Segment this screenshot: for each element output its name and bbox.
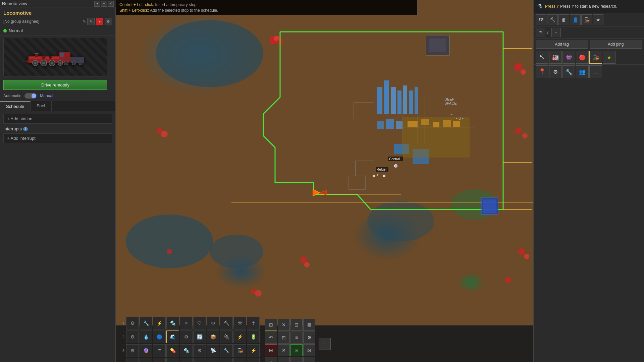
filter-gear-icon[interactable]: ⚙	[549, 65, 562, 78]
hotbar-1-10[interactable]: 🗡	[247, 317, 260, 329]
drive-remotely-button[interactable]: Drive remotely	[3, 80, 107, 90]
add-station-button[interactable]: + Add station	[3, 114, 112, 124]
hotbar-4-10[interactable]: 🔋	[247, 358, 260, 362]
hotbar-1-3[interactable]: ⚡	[153, 317, 166, 329]
research-level-number: 2	[546, 30, 549, 35]
hotbar-4-8[interactable]: ⚙	[220, 358, 233, 362]
hotbar-3-5[interactable]: 🔩	[180, 344, 193, 357]
action-btn-3[interactable]: ⊡	[290, 319, 303, 331]
add-interrupt-button[interactable]: + Add interrupt	[3, 133, 112, 143]
filter-player2-icon[interactable]: 👥	[576, 65, 589, 78]
hotbar-2-1[interactable]: ⚙	[126, 330, 139, 343]
hotbar-2-5[interactable]: ⚙	[180, 330, 193, 343]
action-btn-9[interactable]: ⊞	[265, 344, 277, 356]
hotbar-1-7[interactable]: ⚙	[207, 317, 219, 329]
locomotive-image	[25, 47, 86, 67]
action-btn-11[interactable]: ⊡	[290, 344, 303, 356]
hotbar-4-1[interactable]: 🔨	[126, 358, 139, 362]
svg-text:SPACE: SPACE	[444, 101, 457, 105]
build-icon-button[interactable]: 🔨	[547, 14, 558, 25]
hotbar-3-6[interactable]: ⚙	[193, 344, 206, 357]
hotbar-1-8[interactable]: 🔨	[220, 317, 233, 329]
hotbar-3-3[interactable]: ⚗	[153, 344, 166, 357]
vehicle-icon-button[interactable]: 🚂	[581, 14, 592, 25]
hotbar-4-5[interactable]: 🔩	[180, 358, 193, 362]
hotbar-3-8[interactable]: 🔧	[220, 344, 233, 357]
action-btn-8[interactable]: ⚙	[303, 331, 315, 344]
add-ping-button[interactable]: Add ping	[590, 40, 642, 49]
action-btn-1[interactable]: ⊞	[265, 319, 277, 331]
group-settings-button[interactable]: ⚙	[105, 18, 112, 25]
filter-factory-icon[interactable]: 🏭	[549, 51, 562, 64]
action-btn-7[interactable]: ≡	[290, 331, 303, 344]
title-close-button[interactable]: ✕	[108, 1, 114, 7]
tab-schedule[interactable]: Schedule	[0, 101, 31, 111]
extra-btn-1[interactable]: ⋮	[319, 338, 331, 350]
action-btn-16[interactable]: ⊠	[303, 357, 315, 362]
svg-point-34	[304, 262, 310, 267]
svg-rect-60	[421, 119, 429, 125]
filter-train-icon[interactable]: 🚂	[589, 51, 602, 64]
action-btn-14[interactable]: ⊡	[278, 357, 290, 362]
hotbar-3-7[interactable]: 📡	[207, 344, 219, 357]
map-icon-button[interactable]: 🗺	[536, 14, 546, 25]
flask-icon: ⚗	[537, 3, 542, 10]
hotbar-4-4[interactable]: ⚒	[166, 358, 179, 362]
hotbar-1-5[interactable]: ≡	[180, 317, 193, 329]
hotbar-2-10[interactable]: 🔋	[247, 330, 260, 343]
drive-mode-toggle[interactable]	[24, 93, 37, 99]
filter-build2-icon[interactable]: 🔧	[562, 65, 575, 78]
hotbar-2-2[interactable]: 💧	[140, 330, 152, 343]
destroy-icon-button[interactable]: 🗑	[558, 14, 569, 25]
filter-enemy-icon[interactable]: 👾	[562, 51, 575, 64]
hotbar-2-4[interactable]: 🌊	[166, 330, 179, 343]
title-back-button[interactable]: ◄	[94, 1, 100, 7]
tab-fuel[interactable]: Fuel	[31, 101, 51, 111]
title-minimize-button[interactable]: ─	[101, 1, 107, 7]
filter-resource-icon[interactable]: ⛏	[536, 51, 548, 64]
action-btn-10[interactable]: ✕	[278, 344, 290, 356]
hotbar-3-9[interactable]: 🚂	[233, 344, 246, 357]
hotbar-4-9[interactable]: 📦	[233, 358, 246, 362]
interrupts-info-icon[interactable]: i	[23, 127, 28, 131]
player-icon-button[interactable]: 👤	[570, 14, 581, 25]
hotbar-4-7[interactable]: 🔌	[207, 358, 219, 362]
star-icon-button[interactable]: ★	[593, 14, 603, 25]
hotbar-1-1[interactable]: ⚙	[126, 317, 139, 329]
hotbar-1-2[interactable]: 🔧	[140, 317, 152, 329]
action-btn-13[interactable]: ↶	[265, 357, 277, 362]
action-btn-12[interactable]: ⊠	[303, 344, 315, 356]
color-button[interactable]: ●	[96, 18, 103, 25]
hotbar-1-6[interactable]: 🛡	[193, 317, 206, 329]
edit-name-button[interactable]: ✎	[87, 18, 95, 25]
hotbar-3-10[interactable]: ⚡	[247, 344, 260, 357]
hotbar-4-6[interactable]: ⚡	[193, 358, 206, 362]
hotbar-4-3[interactable]: 🛡	[153, 358, 166, 362]
hotbar-2-7[interactable]: 📦	[207, 330, 219, 343]
hotbar-2-3[interactable]: 🔵	[153, 330, 166, 343]
map-canvas[interactable]: DEEP SPACE • U • • Central Refuel	[116, 0, 533, 362]
hotbar-2-6[interactable]: 🔄	[193, 330, 206, 343]
action-btn-4[interactable]: ⊠	[303, 319, 315, 331]
hotbar-4-2[interactable]: ⚙	[140, 358, 152, 362]
filter-fire-icon[interactable]: 🔴	[576, 51, 589, 64]
action-btn-2[interactable]: ✕	[278, 319, 290, 331]
map-area[interactable]: DEEP SPACE • U • • Central Refuel	[116, 0, 533, 362]
hotbar-3-2[interactable]: 🔮	[140, 344, 152, 357]
filter-star-icon[interactable]: ★	[603, 51, 615, 64]
research-next-icon[interactable]: →	[551, 28, 561, 37]
action-btn-15[interactable]: ≡	[290, 357, 303, 362]
research-level-icon[interactable]: ⚗	[536, 28, 545, 37]
map-filter-icons-row1: ⛏ 🏭 👾 🔴 🚂 ★	[534, 50, 644, 65]
action-btn-6[interactable]: ⊡	[278, 331, 290, 344]
hotbar-3-4[interactable]: 💊	[166, 344, 179, 357]
hotbar-1-4[interactable]: 🔩	[166, 317, 179, 329]
hotbar-1-9[interactable]: ⚒	[233, 317, 246, 329]
filter-extra-icon[interactable]: …	[589, 65, 602, 78]
action-btn-5[interactable]: ↶	[265, 331, 277, 344]
filter-pin-icon[interactable]: 📍	[536, 65, 548, 78]
add-tag-button[interactable]: Add tag	[536, 40, 588, 49]
hotbar-3-1[interactable]: ⚙	[126, 344, 139, 357]
hotbar-2-8[interactable]: 🔌	[220, 330, 233, 343]
hotbar-2-9[interactable]: ⚡	[233, 330, 246, 343]
